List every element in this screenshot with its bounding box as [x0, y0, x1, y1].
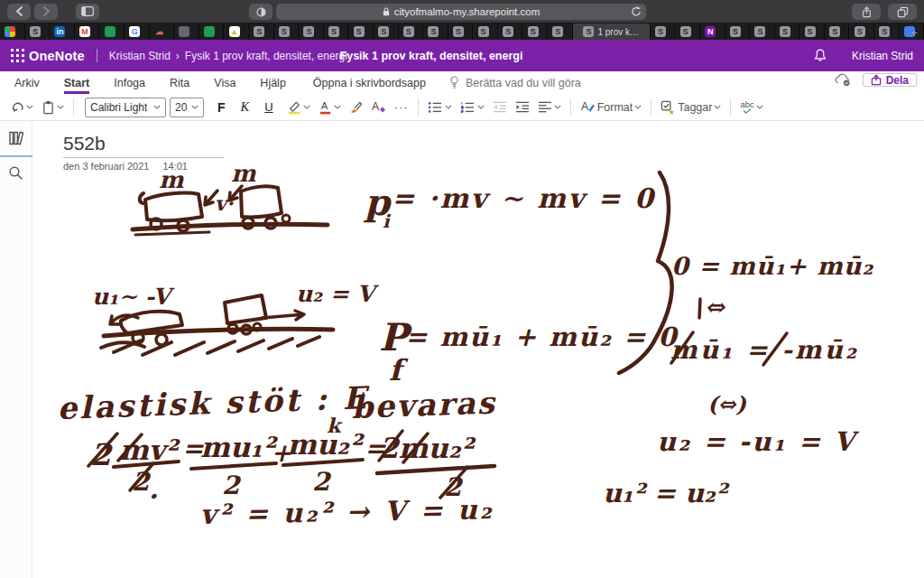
- bullet-list-button[interactable]: [424, 97, 456, 118]
- chevron-right-icon: [42, 6, 51, 16]
- format-painter-button[interactable]: [346, 97, 366, 118]
- browser-tab[interactable]: M: [75, 23, 100, 40]
- browser-tab[interactable]: S: [274, 23, 300, 40]
- highlight-color-button[interactable]: [283, 97, 314, 118]
- browser-tab[interactable]: S 1 prov k…: [573, 23, 651, 40]
- browser-tab[interactable]: S: [299, 23, 324, 40]
- underline-button[interactable]: U: [261, 97, 276, 118]
- browser-tab[interactable]: S: [799, 23, 825, 40]
- tab-favicon: S: [303, 26, 314, 37]
- browser-tab[interactable]: S: [348, 23, 374, 40]
- alignment-button[interactable]: [534, 97, 565, 118]
- privacy-shield-button[interactable]: [249, 4, 273, 20]
- font-size-value: 20: [175, 101, 187, 114]
- decrease-indent-button[interactable]: [489, 97, 511, 118]
- browser-tab[interactable]: S: [448, 23, 474, 40]
- font-color-button[interactable]: A: [315, 97, 345, 118]
- tab-favicon: [5, 26, 15, 37]
- page-title[interactable]: 552b: [63, 133, 224, 158]
- browser-tab[interactable]: [174, 23, 199, 40]
- notifications-button[interactable]: [814, 49, 827, 62]
- italic-button[interactable]: K: [237, 97, 254, 118]
- tags-menu-button[interactable]: ★ Taggar: [657, 97, 725, 118]
- undo-button[interactable]: [7, 97, 37, 118]
- check-icon: [743, 108, 753, 114]
- more-formatting-button[interactable]: ···: [391, 97, 412, 118]
- browser-tab[interactable]: ☁: [150, 23, 175, 40]
- browser-tab[interactable]: S: [423, 23, 448, 40]
- clear-format-icon: A: [371, 100, 386, 114]
- onenote-app-bar: OneNote Kristian Strid › Fysik 1 prov kr…: [0, 40, 924, 71]
- browser-tab[interactable]: S: [374, 23, 399, 40]
- browser-tab[interactable]: S: [725, 23, 751, 40]
- font-name-select[interactable]: Calibri Light: [85, 98, 166, 117]
- app-launcher-button[interactable]: [11, 49, 24, 62]
- browser-tab[interactable]: S: [249, 23, 274, 40]
- browser-tab[interactable]: S: [849, 23, 874, 40]
- sidebar-icon: [81, 6, 94, 16]
- numbered-list-button[interactable]: [457, 97, 488, 118]
- browser-tab[interactable]: S: [750, 23, 775, 40]
- browser-tab[interactable]: S: [399, 23, 424, 40]
- tab-favicon: M: [79, 26, 90, 37]
- breadcrumb[interactable]: Kristian Strid › Fysik 1 prov kraft, den…: [109, 50, 347, 62]
- ribbon-tab[interactable]: Start: [64, 71, 89, 94]
- browser-tab[interactable]: S: [874, 23, 900, 40]
- browser-tab[interactable]: in: [50, 23, 75, 40]
- paste-button[interactable]: [38, 97, 68, 118]
- ribbon-tab[interactable]: Infoga: [114, 71, 145, 94]
- ribbon-tab[interactable]: Rita: [170, 71, 189, 94]
- browser-tab[interactable]: N: [700, 23, 725, 40]
- browser-tab[interactable]: ▲: [224, 23, 249, 40]
- breadcrumb-section[interactable]: Fysik 1 prov kraft, densitet, energi: [185, 50, 347, 62]
- open-in-desktop-button[interactable]: Öppna i skrivbordsapp: [313, 71, 426, 94]
- browser-tab[interactable]: S: [825, 23, 850, 40]
- tab-favicon: S: [328, 26, 339, 37]
- browser-tab[interactable]: S: [548, 23, 573, 40]
- tell-me-button[interactable]: Berätta vad du vill göra: [449, 71, 581, 94]
- bold-button[interactable]: F: [214, 97, 229, 118]
- font-size-select[interactable]: 20: [170, 98, 204, 117]
- search-button[interactable]: [8, 165, 23, 181]
- browser-tab[interactable]: S: [522, 23, 548, 40]
- browser-tab[interactable]: S: [25, 23, 51, 40]
- ribbon-tab[interactable]: Hjälp: [260, 71, 286, 94]
- breadcrumb-notebook[interactable]: Kristian Strid: [109, 50, 171, 62]
- browser-forward-button[interactable]: [34, 4, 58, 20]
- format-menu-button[interactable]: A Format: [577, 97, 646, 118]
- svg-text:A: A: [372, 100, 380, 113]
- new-tab-button[interactable]: +: [904, 24, 924, 41]
- browser-tab[interactable]: S: [324, 23, 349, 40]
- share-dela-button[interactable]: Dela: [863, 73, 917, 87]
- page-canvas[interactable]: 552b den 3 februari 2021 14:01: [32, 121, 924, 578]
- browser-tab[interactable]: S: [473, 23, 498, 40]
- browser-tab[interactable]: [199, 23, 225, 40]
- browser-tab[interactable]: G: [125, 23, 150, 40]
- refresh-button[interactable]: [631, 5, 642, 17]
- tabs-overview-icon: [897, 6, 909, 18]
- bell-icon: [814, 49, 827, 62]
- browser-tab[interactable]: S: [675, 23, 700, 40]
- svg-text:A: A: [320, 100, 328, 111]
- clear-formatting-button[interactable]: A: [367, 97, 390, 118]
- increase-indent-button[interactable]: [512, 97, 533, 118]
- browser-tab[interactable]: S: [775, 23, 800, 40]
- share-button[interactable]: [852, 4, 881, 20]
- show-tabs-button[interactable]: [888, 4, 917, 20]
- app-name[interactable]: OneNote: [29, 49, 85, 63]
- sidebar-toggle-button[interactable]: [76, 4, 99, 20]
- notebooks-button[interactable]: [7, 130, 24, 147]
- ribbon-tab[interactable]: Visa: [214, 71, 236, 94]
- address-bar[interactable]: cityofmalmo-my.sharepoint.com: [276, 4, 646, 20]
- browser-tab[interactable]: [99, 23, 125, 40]
- share-dela-label: Dela: [886, 74, 909, 87]
- ribbon-tab[interactable]: Arkiv: [14, 71, 40, 94]
- spell-check-button[interactable]: abc: [736, 97, 766, 118]
- browser-tab[interactable]: S: [498, 23, 523, 40]
- chevron-down-icon: [303, 105, 310, 109]
- user-name[interactable]: Kristian Strid: [852, 50, 913, 62]
- tags-menu-label: Taggar: [678, 101, 712, 114]
- browser-back-button[interactable]: [7, 4, 31, 20]
- browser-tab[interactable]: S: [651, 23, 676, 40]
- browser-tab[interactable]: [0, 23, 25, 40]
